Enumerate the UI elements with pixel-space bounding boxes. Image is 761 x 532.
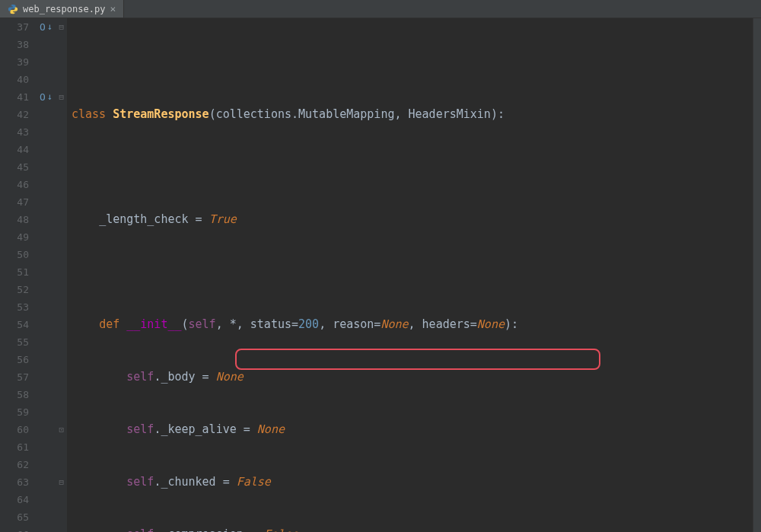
line-number: 50	[0, 246, 29, 263]
override-marker-icon[interactable]: O↓	[40, 18, 53, 36]
line-number: 42	[0, 106, 29, 123]
line-number: 47	[0, 193, 29, 211]
line-number-gutter: 3738394041424344454647484950515253545556…	[0, 18, 35, 532]
code-editor[interactable]: 3738394041424344454647484950515253545556…	[0, 18, 761, 532]
fold-icon[interactable]: ⊟	[59, 18, 64, 36]
line-number: 59	[0, 403, 29, 421]
line-number: 39	[0, 53, 29, 71]
vertical-scrollbar[interactable]	[753, 18, 761, 532]
line-number: 55	[0, 333, 29, 351]
highlight-box	[235, 349, 600, 370]
line-number: 41	[0, 88, 29, 106]
line-number: 49	[0, 228, 29, 246]
line-number: 64	[0, 491, 29, 508]
file-tab[interactable]: web_response.py ×	[0, 0, 124, 18]
line-number: 65	[0, 508, 29, 526]
line-number: 48	[0, 211, 29, 228]
line-number: 66	[0, 526, 29, 532]
line-number: 46	[0, 176, 29, 193]
line-number: 60	[0, 421, 29, 438]
line-number: 54	[0, 316, 29, 333]
line-number: 62	[0, 456, 29, 473]
gutter-marks: O↓ ⊟ O↓ ⊟ ⊡ ⊟	[35, 18, 67, 532]
line-number: 58	[0, 386, 29, 403]
code-area[interactable]: class StreamResponse(collections.Mutable…	[67, 18, 753, 532]
line-number: 52	[0, 281, 29, 298]
override-marker-icon[interactable]: O↓	[40, 88, 53, 106]
line-number: 37	[0, 18, 29, 36]
line-number: 40	[0, 71, 29, 88]
line-number: 51	[0, 263, 29, 281]
fold-end-icon[interactable]: ⊡	[59, 421, 64, 438]
editor-tab-bar: web_response.py ×	[0, 0, 761, 18]
line-number: 43	[0, 123, 29, 141]
line-number: 45	[0, 158, 29, 176]
line-number: 57	[0, 368, 29, 386]
line-number: 53	[0, 298, 29, 316]
code-line: class StreamResponse(collections.Mutable…	[72, 106, 753, 123]
fold-icon[interactable]: ⊟	[59, 473, 64, 491]
tab-filename: web_response.py	[23, 4, 105, 14]
fold-icon[interactable]: ⊟	[59, 88, 64, 106]
line-number: 38	[0, 36, 29, 53]
line-number: 61	[0, 438, 29, 456]
line-number: 63	[0, 473, 29, 491]
close-icon[interactable]: ×	[110, 3, 116, 14]
line-number: 44	[0, 141, 29, 158]
line-number: 56	[0, 351, 29, 368]
python-file-icon	[8, 4, 18, 14]
